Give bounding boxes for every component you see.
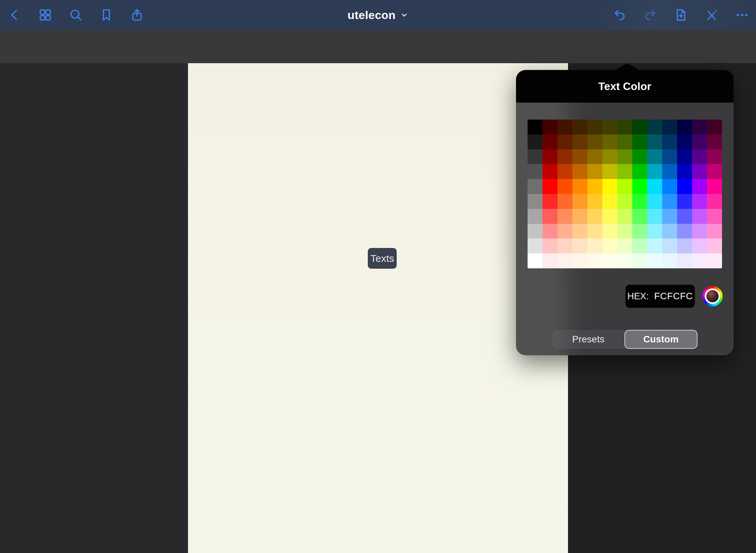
color-swatch[interactable]: [707, 164, 722, 179]
color-swatch[interactable]: [528, 238, 543, 253]
color-swatch[interactable]: [647, 135, 662, 149]
color-swatch[interactable]: [572, 149, 587, 164]
color-swatch[interactable]: [528, 164, 543, 179]
color-swatch[interactable]: [557, 149, 572, 164]
color-swatch[interactable]: [543, 253, 557, 268]
color-swatch[interactable]: [632, 194, 647, 209]
color-swatch[interactable]: [617, 194, 632, 209]
color-swatch[interactable]: [543, 135, 557, 149]
color-swatch[interactable]: [617, 209, 632, 224]
color-swatch[interactable]: [647, 224, 662, 239]
color-swatch[interactable]: [587, 164, 602, 179]
color-swatch[interactable]: [543, 120, 557, 135]
color-swatch[interactable]: [692, 179, 707, 194]
color-swatch[interactable]: [662, 253, 677, 268]
color-swatch[interactable]: [572, 135, 587, 149]
color-swatch[interactable]: [528, 149, 543, 164]
color-swatch[interactable]: [677, 253, 692, 268]
undo-icon[interactable]: [612, 7, 628, 23]
color-swatch[interactable]: [617, 135, 632, 149]
color-swatch[interactable]: [543, 179, 557, 194]
color-swatch[interactable]: [602, 135, 617, 149]
color-swatch[interactable]: [557, 209, 572, 224]
color-swatch[interactable]: [543, 164, 557, 179]
color-swatch[interactable]: [602, 194, 617, 209]
color-swatch[interactable]: [707, 238, 722, 253]
color-swatch[interactable]: [662, 238, 677, 253]
color-swatch[interactable]: [707, 135, 722, 149]
color-swatch[interactable]: [662, 120, 677, 135]
color-swatch[interactable]: [692, 253, 707, 268]
color-swatch[interactable]: [528, 179, 543, 194]
color-swatch[interactable]: [602, 164, 617, 179]
color-swatch[interactable]: [662, 209, 677, 224]
color-swatch[interactable]: [632, 149, 647, 164]
tab-presets[interactable]: Presets: [552, 330, 624, 349]
color-swatch[interactable]: [543, 209, 557, 224]
color-swatch[interactable]: [677, 238, 692, 253]
color-swatch[interactable]: [632, 253, 647, 268]
color-swatch[interactable]: [587, 179, 602, 194]
color-swatch[interactable]: [677, 224, 692, 239]
color-swatch[interactable]: [662, 224, 677, 239]
color-swatch[interactable]: [647, 164, 662, 179]
color-swatch[interactable]: [557, 135, 572, 149]
color-swatch[interactable]: [587, 209, 602, 224]
color-swatch[interactable]: [692, 194, 707, 209]
back-icon[interactable]: [7, 7, 22, 23]
color-swatch[interactable]: [707, 179, 722, 194]
color-swatch[interactable]: [602, 120, 617, 135]
color-swatch[interactable]: [692, 224, 707, 239]
color-swatch[interactable]: [543, 238, 557, 253]
color-swatch[interactable]: [557, 253, 572, 268]
color-swatch[interactable]: [557, 194, 572, 209]
color-swatch[interactable]: [572, 253, 587, 268]
color-swatch[interactable]: [692, 149, 707, 164]
color-swatch[interactable]: [692, 209, 707, 224]
add-page-icon[interactable]: [673, 7, 689, 23]
color-swatch[interactable]: [632, 164, 647, 179]
color-swatch[interactable]: [572, 164, 587, 179]
color-swatch[interactable]: [692, 135, 707, 149]
color-swatch[interactable]: [707, 209, 722, 224]
color-swatch[interactable]: [677, 135, 692, 149]
color-swatch[interactable]: [647, 149, 662, 164]
share-icon[interactable]: [129, 7, 145, 23]
color-swatch[interactable]: [662, 179, 677, 194]
color-swatch[interactable]: [632, 135, 647, 149]
color-swatch[interactable]: [587, 194, 602, 209]
pen-cross-icon[interactable]: [704, 7, 719, 23]
text-object[interactable]: Texts: [368, 248, 397, 269]
color-swatch[interactable]: [707, 149, 722, 164]
color-swatch[interactable]: [572, 238, 587, 253]
color-swatch[interactable]: [692, 164, 707, 179]
color-swatch[interactable]: [662, 194, 677, 209]
color-swatch[interactable]: [677, 149, 692, 164]
color-swatch[interactable]: [528, 253, 543, 268]
color-swatch[interactable]: [662, 149, 677, 164]
color-swatch[interactable]: [602, 224, 617, 239]
document-title[interactable]: utelecon: [347, 0, 408, 30]
color-swatch[interactable]: [602, 253, 617, 268]
color-swatch[interactable]: [528, 135, 543, 149]
color-swatch[interactable]: [557, 164, 572, 179]
color-swatch[interactable]: [528, 120, 543, 135]
color-swatch[interactable]: [617, 164, 632, 179]
color-swatch[interactable]: [587, 238, 602, 253]
color-swatch[interactable]: [632, 209, 647, 224]
color-swatch[interactable]: [677, 120, 692, 135]
color-wheel-icon[interactable]: [702, 286, 723, 306]
color-swatch[interactable]: [557, 238, 572, 253]
color-swatch[interactable]: [617, 253, 632, 268]
color-swatch[interactable]: [647, 253, 662, 268]
color-swatch[interactable]: [647, 120, 662, 135]
color-swatch[interactable]: [602, 149, 617, 164]
document-page-canvas[interactable]: Texts: [188, 63, 568, 553]
color-swatch[interactable]: [557, 120, 572, 135]
color-swatch[interactable]: [528, 194, 543, 209]
tab-custom[interactable]: Custom: [624, 330, 698, 349]
color-swatch[interactable]: [707, 224, 722, 239]
color-swatch[interactable]: [617, 179, 632, 194]
more-icon[interactable]: [734, 7, 750, 23]
color-swatch[interactable]: [647, 194, 662, 209]
